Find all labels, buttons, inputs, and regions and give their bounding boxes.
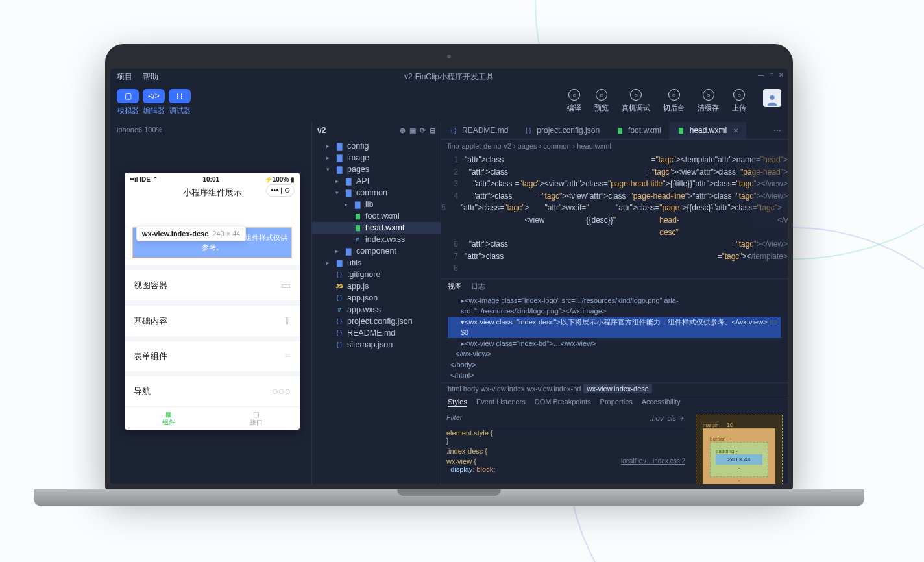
simulator-toggle[interactable]: ▢ — [117, 89, 139, 103]
folder-pages[interactable]: ▾▇pages — [312, 164, 441, 175]
toolbar: ▢ </> ⫶⫶ 模拟器 编辑器 调试器 ○编译○预览○真机调试○切后台○清缓存… — [110, 85, 788, 122]
file-.gitignore[interactable]: { }.gitignore — [312, 269, 441, 280]
preview-button[interactable]: ○预览 — [594, 89, 609, 113]
folder-utils[interactable]: ▸▇utils — [312, 257, 441, 269]
preview-icon: ○ — [596, 89, 607, 101]
remote-debug-button[interactable]: ○真机调试 — [622, 89, 650, 113]
window-title: v2-FinClip小程序开发工具 — [404, 71, 494, 82]
menu-help[interactable]: 帮助 — [143, 71, 158, 82]
project-root[interactable]: v2 — [317, 126, 326, 135]
status-battery: ⚡100% ▮ — [265, 176, 295, 183]
clear-cache-button[interactable]: ○清缓存 — [698, 89, 719, 113]
breadcrumb-node[interactable]: html — [448, 385, 461, 393]
status-signal: ••ıl IDE ⌃ — [130, 176, 158, 183]
file-index.wxss[interactable]: #index.wxss — [312, 234, 441, 245]
file-explorer: v2 ⊕ ▣ ⟳ ⊟ ▸▇config▸▇image▾▇pages▸▇API▾▇… — [311, 122, 441, 484]
maximize-icon[interactable]: □ — [770, 71, 773, 79]
devtab-elements[interactable]: 视图 — [448, 282, 462, 291]
clear-cache-icon: ○ — [703, 89, 714, 101]
devtools-tab-properties[interactable]: Properties — [600, 398, 633, 407]
laptop-frame: 项目 帮助 v2-FinClip小程序开发工具 — □ ✕ ▢ </> ⫶⫶ 模… — [105, 44, 793, 506]
ide-window: 项目 帮助 v2-FinClip小程序开发工具 — □ ✕ ▢ </> ⫶⫶ 模… — [110, 69, 788, 484]
file-head.wxml[interactable]: ▇head.wxml — [312, 222, 441, 234]
file-app.wxss[interactable]: #app.wxss — [312, 304, 441, 315]
background-button[interactable]: ○切后台 — [663, 89, 685, 113]
file-foot.wxml[interactable]: ▇foot.wxml — [312, 210, 441, 222]
folder-component[interactable]: ▸▇component — [312, 245, 441, 257]
phone-frame: ••ıl IDE ⌃ 10:01 ⚡100% ▮ 小程序组件展示 ••• | ⊙… — [125, 173, 300, 430]
devtools-tab-accessibility[interactable]: Accessibility — [642, 398, 681, 407]
dom-node[interactable]: ▸<wx-image class="index-logo" src="../re… — [448, 295, 781, 317]
list-item[interactable]: 表单组件≡ — [125, 336, 300, 371]
breadcrumb-node[interactable]: wx-view.index-hd — [527, 385, 581, 393]
close-icon[interactable]: ✕ — [779, 71, 784, 79]
breadcrumb-node[interactable]: body — [463, 385, 479, 393]
file-app.js[interactable]: JSapp.js — [312, 280, 441, 292]
menubar: 项目 帮助 v2-FinClip小程序开发工具 — □ ✕ — [110, 69, 788, 85]
mini-app-title: 小程序组件展示 — [183, 188, 242, 197]
refresh-icon[interactable]: ⟳ — [420, 127, 426, 135]
folder-common[interactable]: ▾▇common — [312, 187, 441, 199]
styles-panel[interactable]: Filter :hov .cls ＋ element.style {}.inde… — [441, 409, 690, 484]
tab-components[interactable]: ▦组件 — [125, 407, 212, 430]
editor-tab[interactable]: ▇foot.wxml — [607, 122, 669, 139]
file-sitemap.json[interactable]: { }sitemap.json — [312, 339, 441, 350]
dom-node[interactable]: </html> — [448, 370, 781, 381]
svg-point-0 — [770, 95, 774, 100]
folder-image[interactable]: ▸▇image — [312, 152, 441, 164]
status-time: 10:01 — [202, 176, 219, 183]
remote-debug-icon: ○ — [630, 89, 642, 101]
upload-icon: ○ — [733, 89, 745, 101]
editor-tab[interactable]: { }README.md — [441, 122, 516, 139]
device-info[interactable]: iphone6 100% — [110, 122, 311, 138]
breadcrumb-node[interactable]: wx-view.index — [481, 385, 525, 393]
collapse-icon[interactable]: ⊟ — [430, 127, 435, 135]
devtools-tab-event-listeners[interactable]: Event Listeners — [476, 398, 526, 407]
list-item[interactable]: 导航○○○ — [125, 371, 300, 406]
devtools-tab-dom-breakpoints[interactable]: DOM Breakpoints — [535, 398, 591, 407]
dom-node[interactable]: </wx-view> — [448, 348, 781, 360]
devtools-tab-styles[interactable]: Styles — [448, 398, 467, 407]
compile-button[interactable]: ○编译 — [567, 89, 581, 113]
background-icon: ○ — [668, 89, 680, 101]
dom-tree[interactable]: ▸<wx-image class="index-logo" src="../re… — [441, 294, 788, 382]
box-model: margin 10 border - padding - 240 × 44 - … — [690, 409, 788, 484]
capsule-button[interactable]: ••• | ⊙ — [266, 184, 295, 197]
minimize-icon[interactable]: — — [758, 71, 764, 79]
dom-node[interactable]: ▸<wx-view class="index-bd">…</wx-view> — [448, 338, 781, 349]
file-project.config.json[interactable]: { }project.config.json — [312, 315, 441, 327]
dom-node[interactable]: </body> — [448, 360, 781, 371]
list-item[interactable]: 基础内容𝕋 — [125, 300, 300, 336]
close-tab-icon[interactable]: ✕ — [733, 127, 738, 134]
simulator-label: 模拟器 — [117, 106, 139, 116]
simulator-pane: iphone6 100% ••ıl IDE ⌃ 10:01 ⚡100% ▮ 小程… — [110, 122, 311, 484]
list-item[interactable]: 视图容器▭ — [125, 265, 300, 300]
dom-breadcrumb[interactable]: html body wx-view.index wx-view.index-hd… — [441, 382, 788, 395]
devtab-console[interactable]: 日志 — [471, 282, 485, 291]
tab-api[interactable]: ◫接口 — [212, 407, 300, 430]
upload-button[interactable]: ○上传 — [732, 89, 746, 113]
debugger-toggle[interactable]: ⫶⫶ — [169, 89, 191, 103]
folder-lib[interactable]: ▸▇lib — [312, 199, 441, 210]
inspector-tooltip: wx-view.index-desc240 × 44 — [136, 226, 246, 241]
breadcrumb-node[interactable]: wx-view.index-desc — [583, 384, 653, 393]
breadcrumb[interactable]: fino-applet-demo-v2 › pages › common › h… — [441, 140, 788, 153]
editor-tab[interactable]: ▇head.wxml✕ — [669, 122, 746, 139]
debugger-label: 调试器 — [169, 106, 191, 116]
new-folder-icon[interactable]: ▣ — [409, 127, 416, 135]
style-filter[interactable]: Filter — [446, 413, 462, 423]
menu-project[interactable]: 项目 — [117, 71, 132, 82]
folder-config[interactable]: ▸▇config — [312, 140, 441, 152]
editor-tab[interactable]: { }project.config.json — [516, 122, 607, 139]
editor-toggle[interactable]: </> — [143, 89, 165, 103]
file-README.md[interactable]: { }README.md — [312, 327, 441, 339]
code-editor[interactable]: 1"attr">class="tagc"><template "attr">na… — [441, 153, 788, 278]
minimap[interactable] — [751, 153, 788, 278]
avatar[interactable] — [763, 89, 781, 107]
style-toggles[interactable]: :hov .cls ＋ — [650, 413, 685, 423]
folder-API[interactable]: ▸▇API — [312, 175, 441, 187]
file-app.json[interactable]: { }app.json — [312, 292, 441, 304]
tab-overflow-icon[interactable]: ⋯ — [767, 122, 788, 139]
new-file-icon[interactable]: ⊕ — [400, 127, 406, 135]
dom-node[interactable]: ▾<wx-view class="index-desc">以下将展示小程序官方组… — [448, 317, 781, 338]
